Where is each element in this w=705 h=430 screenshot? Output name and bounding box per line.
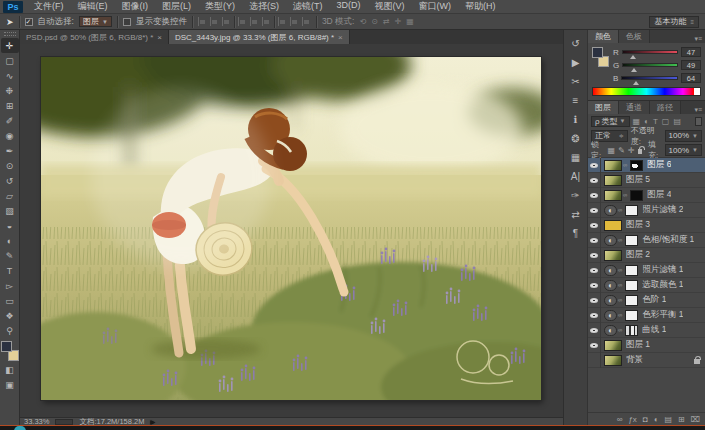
histogram-icon[interactable]: ▦ [566,148,586,166]
layer-row-13[interactable]: 背景 [588,353,705,368]
visibility-toggle[interactable] [588,158,601,173]
layer-thumbnail[interactable] [604,250,622,261]
path-selection-tool[interactable]: ▻ [1,278,19,293]
shape-tool[interactable]: ▭ [1,293,19,308]
menu-item-7[interactable]: 3D(D) [330,0,368,13]
visibility-toggle[interactable] [588,278,601,293]
layer-row-4[interactable]: 图层 3 [588,218,705,233]
brush-presets-icon[interactable]: ✑ [566,186,586,204]
layer-filter-type-dropdown[interactable]: ρ 类型 ▼ [591,116,630,127]
menu-item-1[interactable]: 编辑(E) [71,0,115,13]
marquee-tool[interactable]: ▢ [1,53,19,68]
layer-row-2[interactable]: ∞图层 4 [588,188,705,203]
lock-icon-2[interactable]: ✛ [628,146,635,155]
visibility-toggle[interactable] [588,338,601,353]
layer-effects-icon[interactable]: ƒx [628,415,636,424]
3d-rotate-icon[interactable]: ⟲ [359,17,366,26]
healing-brush-tool[interactable]: ◉ [1,128,19,143]
menu-item-3[interactable]: 图层(L) [155,0,198,13]
layer-thumbnail[interactable]: ◐ [604,205,617,216]
photo-canvas[interactable] [41,57,541,400]
visibility-toggle[interactable] [588,233,601,248]
tab-layers-1[interactable]: 通道 [619,101,650,114]
filter-toggle[interactable] [695,117,702,126]
layer-thumbnail[interactable]: ◐ [604,295,617,306]
panel-foreground-swatch[interactable] [592,47,603,58]
layer-mask-thumbnail[interactable] [625,325,638,336]
layer-thumbnail[interactable]: ◐ [604,325,617,336]
tab-layers-menu-icon[interactable]: ▾≡ [694,106,705,114]
layer-row-5[interactable]: ◐∞色相/饱和度 1 [588,233,705,248]
document-tab-1[interactable]: DSC_3443y.jpg @ 33.3% (图层 6, RGB/8#) *× [169,30,350,44]
visibility-toggle[interactable] [588,293,601,308]
character-icon[interactable]: A| [566,167,586,185]
layer-row-6[interactable]: 图层 2 [588,248,705,263]
visibility-toggle[interactable] [588,248,601,263]
paragraph-icon[interactable]: ¶ [566,224,586,242]
hand-tool[interactable]: ❖ [1,308,19,323]
history-icon[interactable]: ↺ [566,34,586,52]
layer-row-7[interactable]: ◐∞照片滤镜 1 [588,263,705,278]
visibility-toggle[interactable] [588,308,601,323]
opacity-dropdown[interactable]: 100%▼ [665,130,702,142]
clone-stamp-tool[interactable]: ⊙ [1,158,19,173]
layer-thumbnail[interactable]: ◐ [604,310,617,321]
toolbar-grip[interactable] [4,32,16,36]
layer-thumbnail[interactable] [604,160,622,171]
properties-icon[interactable]: ✂ [566,72,586,90]
3d-slide-icon[interactable]: ✛ [395,17,402,26]
zoom-field[interactable] [55,419,73,425]
visibility-toggle[interactable] [588,323,601,338]
color-swatches[interactable] [1,341,19,361]
styles-icon[interactable]: ❂ [566,129,586,147]
channel-slider-b[interactable] [621,76,678,80]
layer-thumbnail[interactable] [604,175,622,186]
new-layer-icon[interactable]: ⊞ [678,415,685,424]
dodge-tool[interactable]: ◐ [1,233,19,248]
type-tool[interactable]: T [1,263,19,278]
tab-close-icon[interactable]: × [157,33,162,42]
adjustments-icon[interactable]: ≡ [566,91,586,109]
lock-icon-1[interactable]: ✎ [618,146,625,155]
layer-mask-thumbnail[interactable] [625,295,638,306]
menu-item-4[interactable]: 类型(Y) [198,0,242,13]
tab-color-0[interactable]: 颜色 [588,30,619,43]
layer-row-9[interactable]: ◐∞色阶 1 [588,293,705,308]
tab-color-menu-icon[interactable]: ▾≡ [694,35,705,43]
filter-kind-icon-4[interactable]: ▤ [673,117,681,126]
canvas-area[interactable] [20,44,563,417]
layer-mask-thumbnail[interactable] [625,235,638,246]
blur-tool[interactable]: ◒ [1,218,19,233]
document-tab-0[interactable]: PSD.psd @ 50% (图层 6, RGB/8*) *× [20,30,169,44]
brush-tool[interactable]: ✒ [1,143,19,158]
lasso-tool[interactable]: ∿ [1,68,19,83]
slider-thumb[interactable] [633,81,639,85]
lock-icon-0[interactable]: ▦ [608,146,616,155]
adjustment-layer-icon[interactable]: ◐ [654,415,659,424]
visibility-toggle[interactable] [588,173,601,188]
add-mask-icon[interactable]: ◘ [643,415,648,424]
layer-row-1[interactable]: 图层 5 [588,173,705,188]
crop-tool[interactable]: ⊞ [1,98,19,113]
layer-mask-thumbnail[interactable] [630,160,643,171]
zoom-tool[interactable]: ⚲ [1,323,19,338]
actions-icon[interactable]: ▶ [566,53,586,71]
layer-mask-thumbnail[interactable] [630,190,643,201]
layer-row-0[interactable]: ∞图层 6 [588,158,705,173]
layer-thumbnail[interactable] [604,355,622,366]
visibility-toggle[interactable] [588,203,601,218]
layer-row-10[interactable]: ◐∞色彩平衡 1 [588,308,705,323]
layer-mask-thumbnail[interactable] [625,310,638,321]
slider-thumb[interactable] [630,55,636,59]
gradient-tool[interactable]: ▧ [1,203,19,218]
workspace-switcher[interactable]: 基本功能≡ [649,16,699,28]
visibility-toggle[interactable] [588,218,601,233]
channel-slider-r[interactable] [622,50,678,54]
layer-thumbnail[interactable] [604,340,622,351]
link-layers-icon[interactable]: ∞ [617,415,623,424]
lock-all-icon[interactable] [638,149,642,154]
layer-thumbnail[interactable] [604,220,622,231]
layer-thumbnail[interactable] [604,190,622,201]
visibility-toggle[interactable] [588,263,601,278]
status-menu-arrow[interactable]: ▶ [150,418,155,425]
